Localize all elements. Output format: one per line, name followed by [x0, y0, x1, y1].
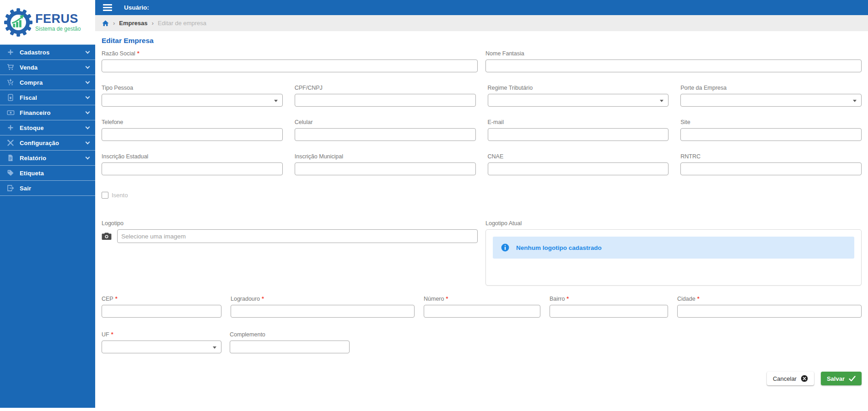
complemento-input[interactable]	[230, 341, 350, 353]
uf-select[interactable]	[102, 341, 221, 353]
cnae-input[interactable]	[488, 162, 669, 175]
field-tipo-pessoa: Tipo Pessoa	[102, 85, 283, 107]
menu-toggle-button[interactable]	[103, 4, 112, 11]
sidebar-item-fiscal[interactable]: Fiscal	[0, 90, 95, 105]
inscricao-municipal-input[interactable]	[295, 162, 476, 175]
sidebar-item-configuracao[interactable]: Configuração	[0, 135, 95, 150]
sidebar-item-compra[interactable]: Compra	[0, 75, 95, 90]
cart-arrow-down-icon	[6, 79, 15, 86]
breadcrumb-separator: ›	[152, 20, 154, 27]
sidebar-item-label: Venda	[20, 64, 38, 71]
sidebar-item-etiqueta[interactable]: Etiqueta	[0, 165, 95, 180]
nome-fantasia-input[interactable]	[485, 59, 862, 72]
breadcrumb-current: Editar de empresa	[158, 20, 206, 27]
tipo-pessoa-select[interactable]	[102, 94, 283, 107]
field-logotipo-atual: Logotipo Atual Nenhum logotipo cadastrad…	[485, 220, 862, 286]
brand-tagline: Sistema de gestão	[35, 26, 81, 32]
logotipo-file-input[interactable]	[117, 229, 478, 243]
user-label: Usuário:	[124, 4, 149, 11]
numero-input[interactable]	[424, 305, 540, 318]
celular-input[interactable]	[295, 128, 476, 141]
breadcrumb-link-empresas[interactable]: Empresas	[119, 20, 147, 27]
chevron-down-icon	[86, 155, 90, 159]
sidebar-item-relatorio[interactable]: Relatório	[0, 150, 95, 165]
plus-icon	[6, 124, 15, 131]
field-celular: Celular	[295, 119, 476, 141]
field-rntrc: RNTRC	[680, 153, 862, 175]
plus-icon	[6, 49, 15, 56]
cidade-input[interactable]	[677, 305, 862, 318]
sidebar-item-cadastros[interactable]: Cadastros	[0, 44, 95, 59]
porte-empresa-select[interactable]	[680, 94, 862, 107]
field-cpf-cnpj: CPF/CNPJ	[295, 85, 476, 107]
chevron-down-icon	[86, 124, 90, 129]
tools-icon	[6, 139, 15, 146]
cep-input[interactable]	[102, 305, 221, 318]
check-icon	[849, 376, 856, 382]
sidebar-item-label: Sair	[20, 185, 31, 192]
field-email: E-mail	[488, 119, 669, 141]
sidebar-item-label: Cadastros	[20, 49, 49, 56]
field-label: UF*	[102, 331, 221, 338]
sidebar-item-estoque[interactable]: Estoque	[0, 120, 95, 135]
logradouro-input[interactable]	[231, 305, 415, 318]
telefone-input[interactable]	[102, 128, 283, 141]
field-inscricao-municipal: Inscrição Municipal	[295, 153, 476, 175]
field-uf: UF*	[102, 331, 221, 353]
field-label: Inscrição Municipal	[295, 153, 476, 160]
breadcrumb-separator: ›	[113, 20, 115, 27]
sidebar-menu: Cadastros Venda Compra Fiscal	[0, 44, 95, 196]
field-label: Logradouro*	[231, 296, 415, 303]
bairro-input[interactable]	[550, 305, 668, 318]
caret-down-icon	[274, 100, 278, 102]
caret-down-icon	[660, 100, 663, 102]
sidebar: FERUS Sistema de gestão Cadastros Venda …	[0, 0, 95, 408]
home-icon[interactable]	[102, 20, 109, 27]
field-razao-social: Razão Social*	[102, 50, 478, 72]
isento-checkbox-input[interactable]	[102, 192, 108, 199]
isento-label: Isento	[112, 192, 128, 199]
file-invoice-icon	[6, 94, 15, 101]
field-cnae: CNAE	[488, 153, 669, 175]
field-label: RNTRC	[680, 153, 862, 160]
regime-tributario-select[interactable]	[488, 94, 669, 107]
required-marker: *	[446, 296, 448, 302]
required-marker: *	[137, 50, 140, 57]
isento-checkbox[interactable]: Isento	[102, 192, 128, 199]
sidebar-item-label: Etiqueta	[20, 170, 44, 177]
chevron-down-icon	[86, 109, 90, 114]
field-label: CPF/CNPJ	[295, 85, 476, 92]
field-label: Logotipo Atual	[485, 220, 862, 227]
caret-down-icon	[853, 100, 857, 102]
alert-text: Nenhum logotipo cadastrado	[516, 244, 602, 251]
save-button[interactable]: Salvar	[821, 372, 862, 385]
sidebar-item-financeiro[interactable]: Financeiro	[0, 105, 95, 120]
ferus-gear-logo-icon	[4, 8, 33, 37]
required-marker: *	[115, 296, 118, 302]
topbar: Usuário:	[95, 0, 868, 15]
field-label: Número*	[424, 296, 540, 303]
site-input[interactable]	[680, 128, 862, 141]
sidebar-item-sair[interactable]: Sair	[0, 180, 95, 195]
field-telefone: Telefone	[102, 119, 283, 141]
sidebar-item-venda[interactable]: Venda	[0, 59, 95, 75]
field-numero: Número*	[424, 296, 540, 318]
brand-logo[interactable]: FERUS Sistema de gestão	[0, 0, 95, 44]
cpf-cnpj-input[interactable]	[295, 94, 476, 107]
required-marker: *	[697, 296, 700, 302]
sidebar-item-label: Configuração	[20, 140, 59, 146]
money-bill-icon	[6, 109, 15, 116]
chevron-down-icon	[86, 79, 90, 84]
field-nome-fantasia: Nome Fantasia	[485, 50, 862, 72]
rntrc-input[interactable]	[680, 162, 862, 175]
sidebar-item-label: Fiscal	[20, 94, 37, 101]
inscricao-estadual-input[interactable]	[102, 162, 283, 175]
razao-social-input[interactable]	[102, 59, 478, 72]
required-marker: *	[111, 331, 113, 338]
email-input[interactable]	[488, 128, 669, 141]
field-porte-empresa: Porte da Empresa	[680, 85, 862, 107]
cancel-button[interactable]: Cancelar	[767, 372, 814, 385]
breadcrumb: › Empresas › Editar de empresa	[95, 15, 868, 31]
field-label: Logotipo	[102, 220, 478, 227]
field-label: Porte da Empresa	[680, 85, 862, 92]
